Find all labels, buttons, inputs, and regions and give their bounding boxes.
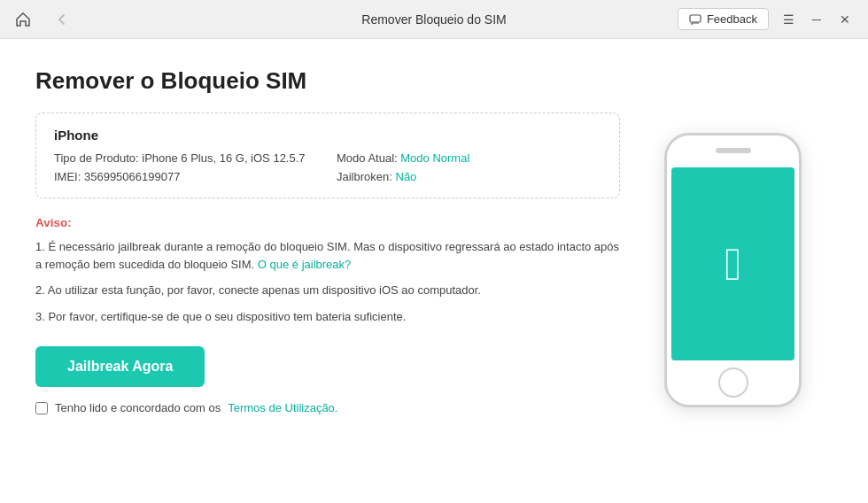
back-icon[interactable]	[50, 7, 74, 32]
mode-value: Modo Normal	[400, 151, 469, 165]
phone-vol-down-button	[664, 224, 666, 244]
terms-checkbox[interactable]	[35, 402, 48, 414]
title-bar-right: Feedback ☰ ─ ✕	[678, 7, 857, 32]
title-bar: Remover Bloqueio do SIM Feedback ☰ ─ ✕	[0, 0, 868, 39]
apple-logo-icon: 	[725, 241, 741, 287]
home-icon[interactable]	[11, 7, 35, 32]
phone-illustration: 	[664, 133, 806, 416]
mode-item: Modo Atual: Modo Normal	[337, 151, 601, 165]
warning-text-2: 2. Ao utilizar esta função, por favor, c…	[35, 283, 481, 297]
device-info-box: iPhone Tipo de Produto: iPhone 6 Plus, 1…	[35, 112, 620, 198]
warning-list: 1. É necessário jailbreak durante a remo…	[35, 238, 620, 325]
list-item: 3. Por favor, certifique-se de que o seu…	[35, 308, 620, 326]
terms-label: Tenho lido e concordado com os	[55, 401, 221, 414]
imei-value: 356995066199077	[84, 170, 180, 183]
close-button[interactable]: ✕	[833, 7, 857, 32]
terms-row: Tenho lido e concordado com os Termos de…	[35, 401, 620, 414]
product-type-item: Tipo de Produto: iPhone 6 Plus, 16 G, iO…	[54, 151, 319, 165]
right-panel: 	[638, 67, 833, 482]
product-type-label: Tipo de Produto:	[54, 151, 139, 165]
main-content: Remover o Bloqueio SIM iPhone Tipo de Pr…	[0, 39, 868, 503]
imei-label: IMEI:	[54, 170, 81, 183]
terms-link[interactable]: Termos de Utilização.	[228, 401, 337, 414]
minimize-button[interactable]: ─	[804, 7, 829, 32]
phone-home-button	[718, 368, 748, 398]
device-info-grid: Tipo de Produto: iPhone 6 Plus, 16 G, iO…	[54, 151, 601, 183]
mode-label: Modo Atual:	[337, 151, 398, 165]
phone-body: 	[664, 133, 802, 407]
feedback-button[interactable]: Feedback	[678, 8, 769, 30]
phone-vol-up-button	[664, 197, 666, 217]
jailbroken-item: Jailbroken: Não	[337, 170, 601, 183]
imei-item: IMEI: 356995066199077	[54, 170, 319, 183]
jailbreak-link[interactable]: O que é jailbreak?	[258, 258, 352, 271]
jailbroken-label: Jailbroken:	[337, 170, 392, 183]
product-type-value: iPhone 6 Plus, 16 G, iOS 12.5.7	[142, 151, 305, 165]
warning-text-3: 3. Por favor, certifique-se de que o seu…	[35, 310, 406, 323]
window-title: Remover Bloqueio do SIM	[361, 12, 506, 27]
page-title: Remover o Bloqueio SIM	[35, 67, 620, 95]
device-name: iPhone	[54, 128, 601, 143]
window-controls: ☰ ─ ✕	[776, 7, 857, 32]
warning-title: Aviso:	[35, 216, 620, 229]
phone-speaker	[716, 148, 751, 153]
svg-rect-0	[690, 15, 701, 22]
list-item: 1. É necessário jailbreak durante a remo…	[35, 238, 620, 273]
phone-side-button	[800, 206, 802, 231]
jailbroken-value: Não	[396, 170, 417, 183]
menu-button[interactable]: ☰	[776, 7, 801, 32]
jailbreak-now-button[interactable]: Jailbreak Agora	[35, 346, 205, 387]
phone-screen: 	[671, 167, 794, 360]
left-panel: Remover o Bloqueio SIM iPhone Tipo de Pr…	[35, 67, 638, 482]
title-bar-left	[11, 7, 74, 32]
list-item: 2. Ao utilizar esta função, por favor, c…	[35, 282, 620, 299]
